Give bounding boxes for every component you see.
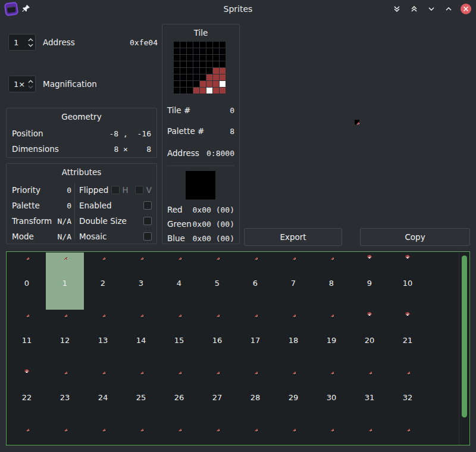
sprite-item-number: 8: [312, 279, 350, 288]
sprite-list-item[interactable]: 10: [389, 253, 427, 310]
sprite-list-item[interactable]: 0: [8, 253, 46, 310]
sprite-list-item[interactable]: [236, 424, 274, 445]
sprite-list-item[interactable]: [389, 424, 427, 445]
sprite-item-number: 3: [122, 279, 160, 288]
maximize-button[interactable]: [443, 4, 454, 14]
scrollbar-track[interactable]: [459, 252, 469, 445]
sprite-list-item[interactable]: [198, 424, 236, 445]
tile-group-title: Tile: [162, 28, 239, 38]
sprite-list-item[interactable]: 9: [350, 253, 389, 310]
sprite-list-item[interactable]: [274, 424, 312, 445]
diagonal-sprite-icon: [215, 312, 220, 317]
sprite-list-item[interactable]: 32: [389, 367, 427, 424]
sprite-item-number: 22: [8, 393, 46, 402]
position-value: -8 , -16: [109, 129, 151, 138]
sprite-list-item[interactable]: [350, 424, 389, 445]
sprite-list-item[interactable]: 2: [84, 253, 122, 310]
spin-down-icon[interactable]: [28, 85, 33, 89]
tile-pixel: [174, 88, 180, 93]
transform-label: Transform: [12, 216, 52, 226]
sprite-list-item[interactable]: 24: [84, 367, 122, 424]
export-button[interactable]: Export: [244, 228, 342, 246]
spin-up-icon[interactable]: [28, 80, 33, 83]
tile-pixel: [220, 74, 226, 80]
tile-pixel: [187, 74, 193, 80]
sprite-list-item[interactable]: 17: [236, 310, 274, 367]
diagonal-sprite-icon: [253, 312, 258, 317]
geometry-group-title: Geometry: [7, 112, 156, 121]
sprite-list-item[interactable]: 28: [236, 367, 274, 424]
minimize-button[interactable]: [426, 4, 437, 14]
sprite-list-item[interactable]: 27: [198, 367, 236, 424]
keep-above-button[interactable]: [409, 4, 419, 14]
copy-button[interactable]: Copy: [360, 228, 470, 246]
sprite-item-number: 13: [84, 336, 122, 345]
tile-pixel: [180, 74, 186, 80]
flipped-v-label: V: [146, 185, 152, 195]
diagonal-sprite-icon: [139, 369, 143, 374]
chevron-up-icon: [444, 5, 453, 13]
sprite-item-number: 30: [312, 393, 350, 402]
diagonal-sprite-icon: [329, 426, 334, 431]
sprite-list-item[interactable]: [8, 424, 46, 445]
sprite-item-number: 23: [46, 393, 84, 402]
pin-icon[interactable]: [21, 4, 30, 13]
sprite-list-item[interactable]: 25: [122, 367, 160, 424]
keep-below-button[interactable]: [392, 4, 402, 14]
sprite-item-number: 12: [46, 336, 84, 345]
sprite-list-item[interactable]: 8: [312, 253, 350, 310]
sprite-list-item[interactable]: 23: [46, 367, 84, 424]
sprite-list-item[interactable]: [122, 424, 160, 445]
diagonal-sprite-icon: [215, 369, 220, 374]
sprite-list-item[interactable]: 15: [160, 310, 198, 367]
sprite-item-number: 14: [122, 336, 160, 345]
sprite-list-item[interactable]: 20: [350, 310, 389, 367]
scrollbar-thumb[interactable]: [462, 255, 467, 417]
sprite-list-item[interactable]: 13: [84, 310, 122, 367]
sprite-list-item[interactable]: 6: [236, 253, 274, 310]
sprite-list-item[interactable]: 19: [312, 310, 350, 367]
close-button[interactable]: [461, 4, 471, 14]
address-spinner[interactable]: 1: [8, 34, 36, 51]
sprite-list-item[interactable]: 29: [274, 367, 312, 424]
sprite-item-number: 7: [274, 279, 312, 288]
sprite-list-item[interactable]: [160, 424, 198, 445]
sprite-item-number: 31: [350, 393, 389, 402]
diagonal-sprite-icon: [24, 312, 29, 317]
sprite-list-item[interactable]: 4: [160, 253, 198, 310]
magnification-spinner[interactable]: 1×: [8, 76, 36, 92]
spin-down-icon[interactable]: [28, 43, 33, 47]
sprite-list-item[interactable]: 3: [122, 253, 160, 310]
sprite-list-item[interactable]: 21: [389, 310, 427, 367]
priority-label: Priority: [12, 185, 40, 195]
double-size-checkbox[interactable]: [143, 217, 152, 225]
spin-up-icon[interactable]: [28, 38, 33, 42]
enabled-checkbox[interactable]: [143, 201, 152, 210]
sprite-list-item[interactable]: 11: [8, 310, 46, 367]
sprite-list-item[interactable]: 1: [46, 253, 84, 310]
tile-pixel: [174, 61, 180, 67]
sprite-list-item[interactable]: 14: [122, 310, 160, 367]
sprite-list-item[interactable]: 31: [350, 367, 389, 424]
tile-pixel: [220, 42, 226, 48]
sprite-list-item[interactable]: 26: [160, 367, 198, 424]
sprite-list-item[interactable]: [46, 424, 84, 445]
sprite-list-item[interactable]: [84, 424, 122, 445]
tile-pixel: [213, 61, 219, 67]
sprite-list-item[interactable]: [312, 424, 350, 445]
sprite-item-number: 24: [84, 393, 122, 402]
sprite-list-item[interactable]: 18: [274, 310, 312, 367]
tile-pixel: [200, 48, 206, 54]
mosaic-checkbox[interactable]: [143, 232, 152, 241]
sprite-list-item[interactable]: 12: [46, 310, 84, 367]
tile-palette-value: 8: [230, 127, 234, 136]
tile-pixel: [220, 48, 226, 54]
sprite-list-item[interactable]: 7: [274, 253, 312, 310]
sprite-list-item[interactable]: 30: [312, 367, 350, 424]
sprite-list[interactable]: 0123456789101112131415161718192021222324…: [6, 251, 470, 445]
titlebar: Sprites: [0, 0, 476, 18]
sprite-list-item[interactable]: 5: [198, 253, 236, 310]
diagonal-sprite-icon: [139, 312, 143, 317]
sprite-list-item[interactable]: 22: [8, 367, 46, 424]
sprite-list-item[interactable]: 16: [198, 310, 236, 367]
